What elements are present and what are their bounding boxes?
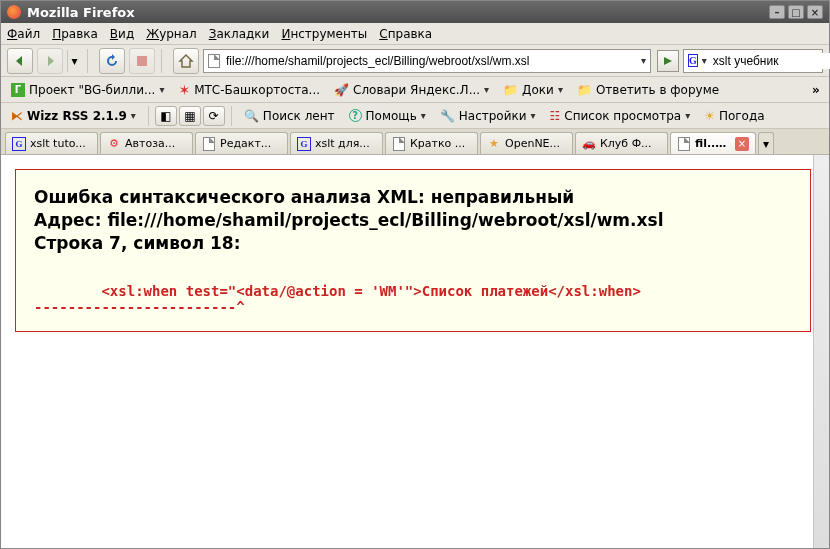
menu-file[interactable]: Файл: [7, 27, 40, 41]
help-icon: ?: [349, 109, 362, 122]
nav-history-dropdown[interactable]: ▾: [67, 50, 81, 72]
rss-weather[interactable]: ☀ Погода: [698, 105, 770, 127]
bookmark-item[interactable]: 📁 Доки▾: [497, 79, 569, 101]
rss-help[interactable]: ? Помощь▾: [343, 105, 432, 127]
rocket-icon: 🚀: [334, 83, 349, 97]
gear-icon: ⚙: [107, 137, 121, 151]
maximize-button[interactable]: □: [788, 5, 804, 19]
bookmark-item[interactable]: 📁 Ответить в форуме: [571, 79, 725, 101]
folder-icon: 📁: [577, 83, 592, 97]
forward-button[interactable]: [37, 48, 63, 74]
bookmark-label: Проект "BG-билли...: [29, 83, 155, 97]
xml-error-box: Ошибка синтаксического анализа XML: непр…: [15, 169, 811, 332]
sun-icon: ☀: [704, 109, 715, 123]
bookmarks-toolbar: Г Проект "BG-билли...▾ ✶ МТС-Башкортоста…: [1, 77, 829, 103]
google-icon: G: [297, 137, 311, 151]
tab-close-button[interactable]: ×: [735, 137, 749, 151]
rss-btn-3[interactable]: ⟳: [203, 106, 225, 126]
bookmark-label: Словари Яндекс.Л...: [353, 83, 480, 97]
url-input[interactable]: [224, 53, 637, 69]
rss-icon: ⧔: [11, 109, 23, 123]
tab[interactable]: ★ OpenNE...: [480, 132, 573, 154]
tab[interactable]: Редакт...: [195, 132, 288, 154]
bookmark-item[interactable]: 🚀 Словари Яндекс.Л...▾: [328, 79, 495, 101]
tabs-dropdown[interactable]: ▾: [758, 132, 774, 154]
window-titlebar: Mozilla Firefox – □ ×: [1, 1, 829, 23]
bookmark-item[interactable]: Г Проект "BG-билли...▾: [5, 79, 170, 101]
rss-btn-2[interactable]: ▦: [179, 106, 201, 126]
back-button[interactable]: [7, 48, 33, 74]
tab[interactable]: G xslt tuto...: [5, 132, 98, 154]
firefox-icon: [7, 5, 21, 19]
search-input[interactable]: [711, 53, 830, 69]
navigation-toolbar: ▾ ▾ G ▾: [1, 45, 829, 77]
menu-tools[interactable]: Инструменты: [281, 27, 367, 41]
tab-bar: G xslt tuto... ⚙ Автоза... Редакт... G x…: [1, 129, 829, 155]
tab-active[interactable]: fil...sl ×: [670, 132, 756, 154]
error-source: <xsl:when test="<data/@action = 'WM'">Сп…: [34, 283, 792, 315]
reload-button[interactable]: [99, 48, 125, 74]
rss-search-feeds[interactable]: 🔍 Поиск лент: [238, 105, 341, 127]
wrench-icon: 🔧: [440, 109, 455, 123]
rss-toolbar-title[interactable]: ⧔ Wizz RSS 2.1.9▾: [5, 109, 142, 123]
tab[interactable]: 🚗 Клуб Ф...: [575, 132, 668, 154]
search-bar[interactable]: G ▾: [683, 49, 823, 73]
search-icon: 🔍: [244, 109, 259, 123]
url-bar[interactable]: ▾: [203, 49, 651, 73]
bookmark-favicon: Г: [11, 83, 25, 97]
page-icon: [392, 137, 406, 151]
car-icon: 🚗: [582, 137, 596, 151]
tab[interactable]: Кратко ...: [385, 132, 478, 154]
page-icon: [202, 137, 216, 151]
window-title: Mozilla Firefox: [27, 5, 135, 20]
search-engine-icon[interactable]: G: [688, 54, 698, 67]
svg-rect-0: [137, 56, 147, 66]
menu-edit[interactable]: Правка: [52, 27, 98, 41]
minimize-button[interactable]: –: [769, 5, 785, 19]
bookmark-favicon: ✶: [178, 82, 190, 98]
bookmark-label: Ответить в форуме: [596, 83, 719, 97]
close-window-button[interactable]: ×: [807, 5, 823, 19]
menu-history[interactable]: Журнал: [146, 27, 197, 41]
page-icon: [677, 137, 691, 151]
menu-view[interactable]: Вид: [110, 27, 134, 41]
star-icon: ★: [487, 137, 501, 151]
folder-icon: 📁: [503, 83, 518, 97]
bookmark-item[interactable]: ✶ МТС-Башкортоста...: [172, 79, 326, 101]
menu-help[interactable]: Справка: [379, 27, 432, 41]
google-icon: G: [12, 137, 26, 151]
stop-button[interactable]: [129, 48, 155, 74]
page-content: Ошибка синтаксического анализа XML: непр…: [1, 155, 829, 548]
list-icon: ☷: [550, 109, 561, 123]
error-heading: Ошибка синтаксического анализа XML: непр…: [34, 186, 792, 255]
go-button[interactable]: [657, 50, 679, 72]
bookmark-label: Доки: [522, 83, 554, 97]
url-dropdown[interactable]: ▾: [641, 55, 646, 66]
bookmarks-overflow[interactable]: »: [807, 83, 825, 97]
search-engine-dropdown[interactable]: ▾: [702, 55, 707, 66]
bookmark-label: МТС-Башкортоста...: [194, 83, 320, 97]
tab[interactable]: ⚙ Автоза...: [100, 132, 193, 154]
page-icon: [208, 54, 220, 68]
tab[interactable]: G xslt для...: [290, 132, 383, 154]
home-button[interactable]: [173, 48, 199, 74]
rss-watchlist[interactable]: ☷ Список просмотра▾: [544, 105, 697, 127]
rss-toolbar: ⧔ Wizz RSS 2.1.9▾ ◧ ▦ ⟳ 🔍 Поиск лент ? П…: [1, 103, 829, 129]
rss-settings[interactable]: 🔧 Настройки▾: [434, 105, 542, 127]
menu-bar: Файл Правка Вид Журнал Закладки Инструме…: [1, 23, 829, 45]
menu-bookmarks[interactable]: Закладки: [209, 27, 270, 41]
rss-btn-1[interactable]: ◧: [155, 106, 177, 126]
